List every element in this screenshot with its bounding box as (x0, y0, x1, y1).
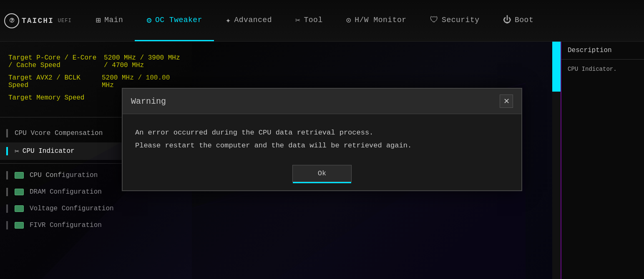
warning-dialog: Warning ✕ An error occurred during the C… (122, 88, 522, 191)
warning-message: An error occurred during the CPU data re… (135, 127, 509, 152)
dialog-close-button[interactable]: ✕ (500, 95, 513, 108)
warning-title: Warning (131, 97, 166, 106)
warning-title-bar: Warning ✕ (123, 89, 521, 114)
warning-line-1: An error occurred during the CPU data re… (135, 129, 373, 137)
warning-line-2: Please restart the computer and the data… (135, 142, 412, 149)
warning-body: An error occurred during the CPU data re… (123, 114, 521, 190)
ok-btn-container: Ok (135, 165, 509, 182)
ok-button[interactable]: Ok (292, 165, 352, 182)
dialog-overlay: Warning ✕ An error occurred during the C… (0, 0, 644, 279)
